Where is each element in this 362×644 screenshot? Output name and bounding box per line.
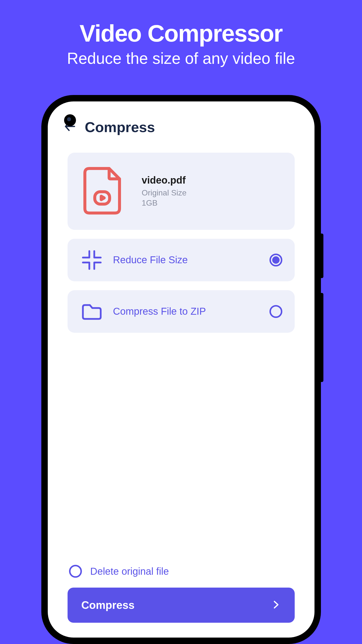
phone-side-button — [321, 234, 324, 278]
camera-hole — [64, 114, 76, 126]
checkbox-circle-icon — [69, 565, 82, 578]
collapse-icon — [80, 249, 103, 272]
screen-title: Compress — [85, 119, 155, 135]
phone-frame: Compress video.pdf Original Size 1GB — [41, 95, 321, 644]
file-name: video.pdf — [142, 175, 186, 186]
app-header: Compress — [62, 119, 302, 135]
video-file-icon — [80, 166, 122, 216]
option-compress-zip[interactable]: Compress File to ZIP — [68, 290, 295, 333]
file-card: video.pdf Original Size 1GB — [68, 153, 295, 230]
file-size-label: Original Size — [142, 188, 186, 198]
hero-subtitle: Reduce the size of any video file — [67, 50, 295, 68]
file-size-value: 1GB — [142, 198, 186, 208]
radio-button[interactable] — [270, 254, 282, 266]
radio-selected-indicator — [272, 256, 280, 264]
option-reduce-size[interactable]: Reduce File Size — [68, 239, 295, 281]
option-label: Reduce File Size — [113, 254, 270, 266]
compress-button[interactable]: Compress — [68, 588, 295, 623]
phone-screen: Compress video.pdf Original Size 1GB — [48, 102, 314, 638]
chevron-right-icon — [272, 600, 281, 610]
delete-original-checkbox[interactable]: Delete original file — [69, 565, 302, 578]
phone-side-button — [321, 293, 324, 382]
option-label: Compress File to ZIP — [113, 306, 270, 317]
compress-button-label: Compress — [82, 599, 134, 611]
folder-icon — [80, 300, 103, 323]
radio-button[interactable] — [270, 305, 282, 318]
checkbox-label: Delete original file — [90, 566, 169, 577]
hero-title: Video Compressor — [80, 20, 282, 47]
